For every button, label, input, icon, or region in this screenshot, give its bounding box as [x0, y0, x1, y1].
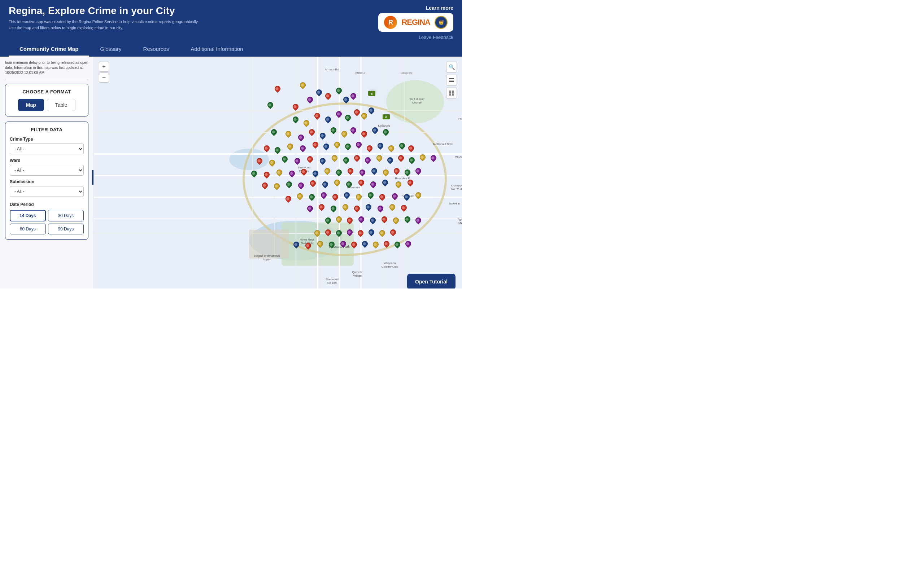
main-layout: hour minimum delay prior to being releas…	[0, 56, 462, 288]
svg-text:Regina International: Regina International	[254, 254, 280, 258]
layers-button[interactable]	[446, 75, 457, 85]
choose-format-title: CHOOSE A FORMAT	[10, 89, 84, 95]
svg-text:Wascana Park: Wascana Park	[329, 245, 350, 248]
svg-text:McDonald St: McDonald St	[455, 155, 462, 158]
crime-type-label: Crime Type	[10, 137, 84, 142]
svg-text:No. 71-132: No. 71-132	[451, 187, 462, 191]
map-button[interactable]: Map	[18, 99, 44, 111]
svg-text:Ochapowace: Ochapowace	[451, 184, 462, 187]
zoom-in-button[interactable]: +	[99, 62, 109, 72]
svg-text:Uplands: Uplands	[378, 124, 390, 128]
tab-community-crime-map[interactable]: Community Crime Map	[9, 42, 89, 56]
regina-r-logo: R	[384, 16, 397, 29]
svg-text:Armour Rd: Armour Rd	[325, 68, 339, 71]
ward-select[interactable]: - All -	[10, 165, 84, 176]
svg-text:la Ave E: la Ave E	[449, 202, 460, 205]
svg-text:Ross Ave E: Ross Ave E	[395, 177, 410, 180]
svg-rect-64	[449, 90, 451, 93]
nav-tabs: Community Crime Map Glossary Resources A…	[9, 42, 453, 56]
svg-rect-63	[449, 78, 454, 79]
map-svg: Armour Armour Rd Inland Dr 11A Sherwood …	[94, 56, 462, 288]
police-badge: 👑	[435, 16, 447, 29]
date-60-days[interactable]: 60 Days	[10, 224, 46, 234]
crime-type-select[interactable]: - All -	[10, 143, 84, 154]
svg-text:Meadows: Meadows	[459, 221, 462, 225]
map-area[interactable]: Armour Armour Rd Inland Dr 11A Sherwood …	[94, 56, 462, 288]
filter-data-panel: FILTER DATA Crime Type - All - Ward - Al…	[5, 121, 89, 240]
date-14-days[interactable]: 14 Days	[10, 210, 46, 221]
table-button[interactable]: Table	[47, 99, 76, 111]
svg-text:6: 6	[371, 92, 373, 95]
header-subtitle: This interactive app was created by the …	[9, 19, 199, 31]
date-90-days[interactable]: 90 Days	[48, 224, 84, 234]
leave-feedback-link[interactable]: Leave Feedback	[419, 35, 453, 40]
date-period-buttons: 14 Days 30 Days 60 Days 90 Days	[10, 210, 84, 234]
page-title: Regina, Explore Crime in your City	[9, 5, 199, 16]
svg-text:No 159: No 159	[327, 281, 337, 285]
svg-rect-67	[452, 93, 454, 95]
ward-label: Ward	[10, 158, 84, 163]
svg-text:Airport: Airport	[263, 258, 271, 261]
zoom-out-button[interactable]: −	[99, 73, 109, 82]
sidebar-info: hour minimum delay prior to being releas…	[5, 60, 89, 79]
format-buttons: Map Table	[10, 99, 84, 111]
svg-text:Sherwood: Sherwood	[297, 166, 310, 169]
svg-text:Wood: Wood	[459, 218, 462, 221]
subdivision-select[interactable]: - All -	[10, 186, 84, 197]
svg-point-2	[229, 148, 269, 170]
tab-additional-information[interactable]: Additional Information	[180, 42, 254, 56]
header-right: Learn more R REGINA 👑 Leave Feedback	[378, 5, 453, 40]
svg-text:Armour: Armour	[355, 71, 366, 75]
open-tutorial-button[interactable]: Open Tutorial	[407, 274, 456, 288]
choose-format-panel: CHOOSE A FORMAT Map Table	[5, 84, 89, 116]
svg-text:Bencairn: Bencairn	[401, 194, 414, 198]
svg-rect-66	[449, 93, 451, 95]
date-30-days[interactable]: 30 Days	[48, 210, 84, 221]
svg-text:Tor Hill Golf: Tor Hill Golf	[409, 97, 425, 101]
svg-text:Inland Dr: Inland Dr	[401, 71, 412, 75]
learn-more-link[interactable]: Learn more	[426, 5, 453, 11]
map-controls-zoom: + −	[99, 62, 109, 82]
svg-rect-62	[449, 80, 454, 81]
svg-text:Estates: Estates	[299, 169, 309, 173]
svg-text:Sherwood: Sherwood	[326, 278, 339, 281]
search-map-button[interactable]: 🔍	[446, 62, 457, 73]
filter-data-title: FILTER DATA	[10, 127, 84, 132]
map-controls-tools: 🔍	[446, 62, 457, 98]
svg-text:6: 6	[385, 115, 387, 119]
svg-text:Qu'nelle: Qu'nelle	[352, 271, 363, 274]
svg-rect-61	[449, 81, 454, 82]
svg-text:Rosemont: Rosemont	[347, 186, 360, 189]
svg-text:Village: Village	[353, 274, 362, 277]
svg-text:Pilot Butte: Pilot Butte	[459, 117, 462, 121]
svg-text:Royal Regi: Royal Regi	[300, 238, 313, 241]
logo-box: R REGINA 👑	[378, 13, 453, 32]
svg-text:McDonald St N: McDonald St N	[433, 142, 452, 146]
tab-resources[interactable]: Resources	[132, 42, 180, 56]
svg-rect-65	[452, 90, 454, 93]
svg-text:Country Club: Country Club	[381, 265, 399, 268]
regina-text-logo: REGINA	[401, 18, 430, 27]
basemap-button[interactable]	[446, 88, 457, 98]
svg-text:Wascana: Wascana	[384, 261, 396, 265]
subdivision-label: Subdivision	[10, 179, 84, 184]
svg-text:Course: Course	[412, 101, 422, 104]
tab-glossary[interactable]: Glossary	[89, 42, 132, 56]
header: Regina, Explore Crime in your City This …	[0, 0, 462, 56]
svg-text:Golf Club: Golf Club	[300, 242, 313, 245]
sidebar: hour minimum delay prior to being releas…	[0, 56, 94, 288]
date-period-label: Date Period	[10, 202, 84, 207]
